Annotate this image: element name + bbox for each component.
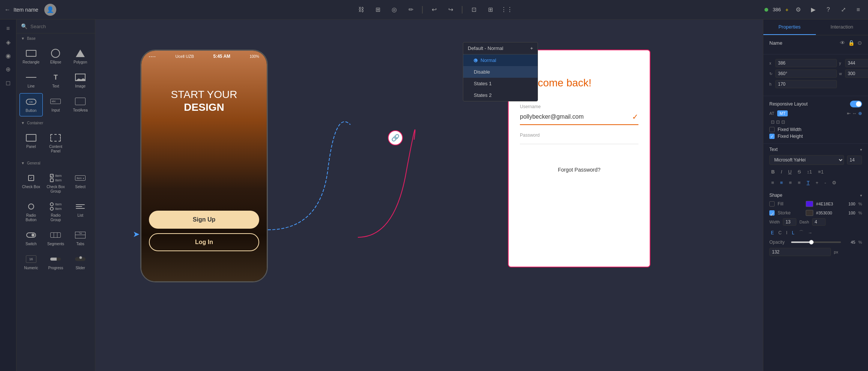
button-component[interactable]: OK Button	[20, 93, 43, 116]
eye-icon[interactable]: 👁	[840, 40, 845, 46]
line-component[interactable]: Line	[20, 69, 43, 92]
anchor-tr[interactable]: ⊡	[781, 119, 785, 125]
rotation-input[interactable]	[775, 69, 837, 78]
stroke-outside-button[interactable]: E	[769, 229, 775, 236]
component-button[interactable]: ⊞	[485, 5, 496, 15]
text-component[interactable]: T Text	[44, 69, 68, 92]
fill-checkbox[interactable]	[769, 201, 775, 207]
text-top-align[interactable]: +	[814, 179, 820, 187]
dropdown-add-icon[interactable]: +	[530, 45, 533, 51]
fixed-width-checkbox[interactable]	[769, 127, 775, 132]
y-input[interactable]	[845, 59, 868, 67]
switch-component[interactable]: Switch	[20, 227, 43, 249]
menu-button[interactable]: ≡	[853, 5, 863, 15]
select-component[interactable]: Item▾ Select	[69, 170, 92, 197]
stroke-solid-button[interactable]: L	[790, 229, 796, 236]
stroke-opacity-value[interactable]: 100	[844, 211, 855, 215]
components-panel-icon[interactable]: ◈	[2, 36, 14, 48]
align-center-text[interactable]: ≡	[778, 179, 785, 187]
align-center-icon[interactable]: ↔	[852, 111, 857, 116]
align-right-text[interactable]: ≡	[787, 179, 794, 187]
general-section-header[interactable]: ▼ General	[17, 158, 95, 168]
content-panel-component[interactable]: Content Panel	[44, 130, 68, 157]
add-frame-button[interactable]: ⊞	[372, 5, 383, 15]
w-input[interactable]	[845, 69, 868, 78]
opacity-value[interactable]: 45	[844, 240, 855, 244]
base-section-header[interactable]: ▼ Base	[17, 33, 95, 44]
dropdown-states1-item[interactable]: States 1	[463, 78, 538, 89]
stroke-width-input[interactable]	[783, 218, 796, 226]
text-section-header[interactable]: Text ▾	[763, 144, 868, 155]
assets-icon[interactable]: ◉	[2, 50, 14, 62]
link-tool-button[interactable]: ⛓	[356, 5, 366, 15]
line-height-button[interactable]: ↕1	[805, 168, 814, 176]
progress-component[interactable]: Progress	[44, 251, 68, 273]
text-settings[interactable]: ⚙	[830, 179, 838, 187]
stroke-hex-value[interactable]: #353030	[816, 211, 841, 215]
rectangle-component[interactable]: Rectangle	[20, 45, 43, 68]
lock-icon[interactable]: 🔒	[848, 40, 854, 46]
bold-button[interactable]: B	[769, 168, 776, 176]
fill-color-swatch[interactable]	[806, 201, 813, 207]
panel-component[interactable]: Panel	[20, 130, 43, 157]
signup-button[interactable]: Sign Up	[149, 211, 259, 229]
stroke-checkbox[interactable]: ✓	[769, 210, 775, 216]
username-value[interactable]: pollybecker@gmail.com	[520, 113, 632, 120]
font-family-select[interactable]: Microsoft YaHei	[769, 155, 844, 165]
pages-icon[interactable]: ◻	[2, 77, 14, 89]
user-avatar[interactable]: 👤	[44, 4, 56, 16]
align-justify-text[interactable]: ≡	[796, 179, 803, 187]
stroke-dash-type-button[interactable]: ⌒	[797, 229, 805, 237]
settings-button[interactable]: ⚙	[793, 5, 803, 15]
fullscreen-button[interactable]: ⤢	[838, 5, 848, 15]
fill-hex-value[interactable]: #4E18E3	[816, 202, 841, 206]
stroke-dash-input[interactable]	[812, 218, 826, 226]
text-bottom-align[interactable]: -	[823, 179, 828, 187]
history-icon[interactable]: ⊕	[2, 63, 14, 75]
polygon-component[interactable]: Polygon	[69, 45, 92, 68]
container-section-header[interactable]: ▼ Container	[17, 118, 95, 128]
fill-opacity-value[interactable]: 100	[844, 202, 855, 206]
anchor-t[interactable]: ⊡	[776, 119, 780, 125]
stroke-arrow-button[interactable]: →	[806, 229, 814, 236]
radio-group-component[interactable]: Item Item Radio Group	[44, 198, 68, 225]
shape-section-header[interactable]: Shape ▾	[763, 190, 868, 201]
underline-button[interactable]: U	[786, 168, 793, 176]
input-component[interactable]: Input	[44, 93, 68, 116]
numeric-component[interactable]: 16 Numeric	[20, 251, 43, 273]
frame-button[interactable]: ⊡	[469, 5, 479, 15]
stroke-color-swatch[interactable]	[806, 210, 813, 216]
checkbox-group-component[interactable]: Item Item Check Box Group	[44, 170, 68, 197]
strikethrough-button[interactable]: S	[796, 168, 803, 176]
font-size-input[interactable]	[847, 155, 862, 164]
redo-button[interactable]: ↪	[445, 5, 456, 15]
anchor-tl[interactable]: ⊡	[771, 119, 775, 125]
align-left-icon[interactable]: ⇤	[847, 111, 851, 116]
back-button[interactable]: ←	[5, 6, 11, 13]
segments-component[interactable]: Segments	[44, 227, 68, 249]
play-button[interactable]: ▶	[808, 5, 818, 15]
search-input[interactable]	[30, 24, 93, 29]
italic-button[interactable]: I	[779, 168, 784, 176]
checkbox-component[interactable]: Check Box	[20, 170, 43, 197]
tab-properties[interactable]: Properties	[763, 20, 816, 35]
text-color-button[interactable]: T	[805, 179, 811, 187]
dropdown-header[interactable]: Default - Normal +	[463, 42, 538, 54]
ellipse-component[interactable]: Ellipse	[44, 45, 68, 68]
bottom-value-input[interactable]	[769, 248, 831, 256]
stroke-inside-button[interactable]: I	[785, 229, 789, 236]
x-input[interactable]	[775, 59, 837, 67]
grid-button[interactable]: ⋮⋮	[502, 5, 512, 15]
help-button[interactable]: ?	[823, 5, 833, 15]
dropdown-states2-item[interactable]: States 2	[463, 89, 538, 101]
dropdown-disable-item[interactable]: Disable	[463, 66, 538, 78]
slider-component[interactable]: Slider	[69, 251, 92, 273]
mt-badge[interactable]: MT	[777, 110, 788, 116]
login-button[interactable]: Log In	[149, 233, 259, 251]
link-badge[interactable]: 🔗	[388, 130, 403, 145]
pen-button[interactable]: ✏	[405, 5, 416, 15]
opacity-slider[interactable]	[791, 241, 841, 243]
radio-button-component[interactable]: Radio Button	[20, 198, 43, 225]
add-percent-button[interactable]: +	[785, 7, 788, 13]
forgot-password-link[interactable]: Forgot Password?	[520, 167, 638, 173]
